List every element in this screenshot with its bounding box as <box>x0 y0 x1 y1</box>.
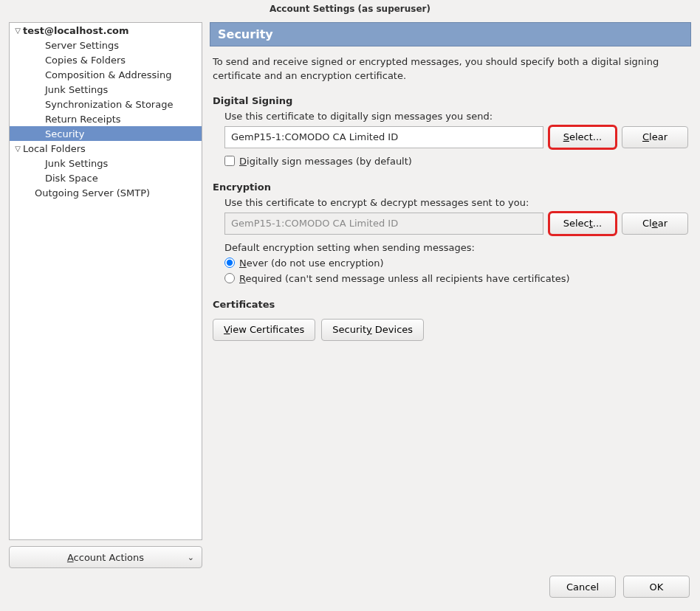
chevron-down-icon: ⌄ <box>188 553 194 562</box>
encryption-select-button[interactable]: Select... <box>549 213 616 235</box>
tree-row[interactable]: Security <box>10 126 202 141</box>
sign-default-checkbox[interactable] <box>224 156 235 166</box>
window-title: Account Settings (as superuser) <box>0 0 700 18</box>
panel-title: Security <box>210 22 691 46</box>
encryption-cert-input[interactable] <box>224 213 543 235</box>
tree-row[interactable]: Return Receipts <box>10 111 202 126</box>
intro-text: To send and receive signed or encrypted … <box>213 55 688 83</box>
tree-label: Copies & Folders <box>45 55 126 66</box>
tree-label: Composition & Addressing <box>45 69 171 80</box>
encrypt-never-label: Never (do not use encryption) <box>239 258 384 269</box>
tree-row[interactable]: ▽test@localhost.com <box>10 23 202 38</box>
tree-row[interactable]: Outgoing Server (SMTP) <box>10 185 202 200</box>
tree-row[interactable]: ▽Local Folders <box>10 141 202 156</box>
main-panel: Security To send and receive signed or e… <box>210 22 691 568</box>
encrypt-never-row[interactable]: Never (do not use encryption) <box>224 258 688 269</box>
certificates-heading: Certificates <box>213 299 688 310</box>
default-encrypt-line: Default encryption setting when sending … <box>224 242 688 253</box>
signing-select-button[interactable]: Select... <box>549 126 616 148</box>
sign-default-checkbox-row[interactable]: Digitally sign messages (by default) <box>224 156 688 167</box>
twisty-icon: ▽ <box>13 27 23 35</box>
cancel-button[interactable]: Cancel <box>549 576 616 598</box>
encrypt-required-radio[interactable] <box>224 273 235 283</box>
tree-row[interactable]: Junk Settings <box>10 156 202 170</box>
sign-default-label: Digitally sign messages (by default) <box>239 156 412 167</box>
tree-label: test@localhost.com <box>23 25 129 36</box>
tree-row[interactable]: Synchronization & Storage <box>10 97 202 111</box>
signing-cert-input[interactable] <box>224 126 543 148</box>
twisty-icon: ▽ <box>13 145 23 153</box>
tree-label: Disk Space <box>45 173 98 184</box>
tree-row[interactable]: Junk Settings <box>10 82 202 97</box>
account-tree[interactable]: ▽test@localhost.comServer SettingsCopies… <box>9 22 202 540</box>
sidebar: ▽test@localhost.comServer SettingsCopies… <box>9 22 202 568</box>
encryption-heading: Encryption <box>213 182 688 193</box>
dialog-footer: Cancel OK <box>0 571 700 611</box>
tree-label: Return Receipts <box>45 114 121 125</box>
encryption-desc: Use this certificate to encrypt & decryp… <box>224 197 688 208</box>
tree-label: Synchronization & Storage <box>45 99 173 110</box>
account-actions-label: Account Actions <box>67 552 144 563</box>
encryption-clear-button[interactable]: Clear <box>622 213 688 235</box>
security-devices-button[interactable]: Security Devices <box>321 319 424 341</box>
tree-label: Server Settings <box>45 40 119 51</box>
encrypt-never-radio[interactable] <box>224 258 235 268</box>
tree-label: Outgoing Server (SMTP) <box>35 187 150 199</box>
tree-label: Junk Settings <box>45 84 108 95</box>
tree-row[interactable]: Composition & Addressing <box>10 67 202 82</box>
signing-desc: Use this certificate to digitally sign m… <box>224 111 688 122</box>
tree-label: Junk Settings <box>45 158 108 169</box>
account-actions-button[interactable]: Account Actions ⌄ <box>9 546 202 568</box>
tree-label: Security <box>45 128 84 139</box>
ok-button[interactable]: OK <box>623 576 690 598</box>
tree-row[interactable]: Copies & Folders <box>10 52 202 67</box>
tree-row[interactable]: Disk Space <box>10 170 202 185</box>
signing-clear-button[interactable]: Clear <box>622 126 688 148</box>
tree-row[interactable]: Server Settings <box>10 38 202 52</box>
view-certificates-button[interactable]: View Certificates <box>213 319 315 341</box>
tree-label: Local Folders <box>23 143 86 154</box>
signing-heading: Digital Signing <box>213 95 688 106</box>
encrypt-required-label: Required (can't send message unless all … <box>239 273 570 284</box>
encrypt-required-row[interactable]: Required (can't send message unless all … <box>224 273 688 284</box>
